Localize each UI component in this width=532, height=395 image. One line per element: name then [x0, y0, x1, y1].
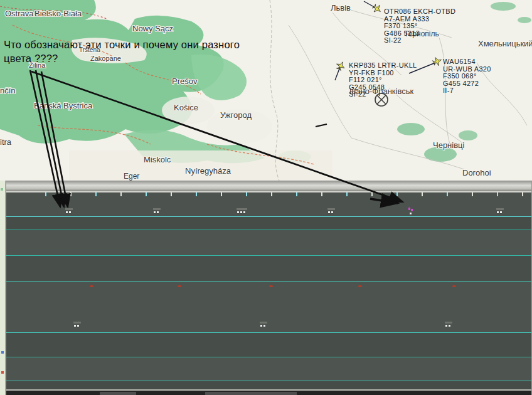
- annotation-line-2: цвета ????: [4, 51, 240, 65]
- city-label: Nyíregyháza: [185, 166, 231, 176]
- ruler-tick: [321, 192, 322, 196]
- ruler-tick: [120, 192, 122, 196]
- red-dot[interactable]: [358, 285, 362, 287]
- city-label: Ostrava: [5, 9, 34, 18]
- dot-group-smudge: [445, 322, 452, 324]
- city-label: itra: [0, 137, 11, 147]
- city-label: Prešov: [172, 76, 197, 86]
- flight-label-line: WAU6154: [443, 58, 491, 66]
- ruler-tick: [296, 192, 297, 196]
- magenta-dot[interactable]: [411, 209, 413, 211]
- timeline-line: [6, 281, 531, 282]
- city-label: Чернівці: [433, 140, 464, 150]
- ruler-tick: [146, 192, 147, 196]
- magenta-dot[interactable]: [408, 208, 410, 210]
- flight-label-line: F112 021°: [349, 76, 417, 84]
- city-label: Banská Bystrica: [34, 101, 92, 110]
- timeline-line: [6, 332, 531, 333]
- timeline-panel[interactable]: [5, 181, 532, 395]
- flight-label-line: OTR086 EKCH-OTBD: [384, 8, 455, 16]
- ruler-tick: [396, 192, 398, 196]
- dot-group-smudge: [73, 322, 81, 324]
- dot-group-smudge: [260, 322, 267, 324]
- ruler-tick: [422, 192, 423, 196]
- white-dot[interactable]: [500, 211, 502, 213]
- timeline-line: [6, 255, 531, 256]
- ruler-tick: [447, 192, 448, 196]
- white-dot[interactable]: [449, 325, 450, 327]
- white-dot[interactable]: [328, 211, 330, 213]
- ruler-tick: [246, 192, 247, 196]
- flight-label-line: KRP835 LRTR-UKLL: [349, 62, 417, 70]
- ruler-tick: [271, 192, 272, 196]
- screenshot-root: OstravaBielsko-BiałaNowy SączTrstenaZako…: [0, 0, 532, 395]
- timeline-line: [6, 229, 531, 230]
- white-dot[interactable]: [263, 325, 265, 327]
- white-dot[interactable]: [497, 211, 499, 213]
- ruler-tick: [171, 192, 172, 196]
- city-label: Хмельницький: [478, 39, 532, 48]
- ruler-tick: [95, 192, 97, 196]
- red-dot[interactable]: [452, 285, 456, 287]
- dot-group-smudge: [237, 208, 247, 210]
- white-dot[interactable]: [69, 211, 71, 213]
- white-dot[interactable]: [331, 211, 333, 213]
- ruler-tick: [221, 192, 222, 196]
- ruler-tick: [70, 192, 72, 196]
- white-dot[interactable]: [260, 325, 262, 327]
- city-label: Bielsko-Biała: [35, 9, 82, 18]
- timeline-line: [6, 381, 531, 381]
- ruler-tick: [497, 192, 498, 196]
- white-dot[interactable]: [154, 211, 156, 213]
- ruler-tick: [371, 192, 373, 196]
- red-dot[interactable]: [178, 285, 181, 287]
- white-dot[interactable]: [237, 211, 239, 213]
- city-label: Львів: [331, 3, 351, 13]
- white-dot[interactable]: [66, 211, 68, 213]
- dot-group-smudge: [496, 208, 504, 210]
- city-label: Košice: [174, 103, 198, 112]
- white-dot[interactable]: [77, 325, 79, 327]
- bottom-bar-segment: [100, 392, 136, 395]
- white-dot[interactable]: [240, 211, 242, 213]
- flight-label-line: II-7: [443, 87, 491, 95]
- dot-group-smudge: [65, 208, 73, 210]
- white-dot[interactable]: [445, 325, 447, 327]
- ruler-tick: [346, 192, 348, 196]
- ruler-tick: [522, 192, 523, 196]
- timeline-line: [6, 216, 531, 217]
- flight-label[interactable]: OTR086 EKCH-OTBDA7-AEM A333F370 135°G486…: [384, 8, 455, 45]
- white-dot[interactable]: [157, 211, 159, 213]
- dot-group-smudge: [153, 208, 161, 210]
- flight-label[interactable]: WAU6154UR-WUB A320F350 068°G455 4272II-7: [443, 58, 491, 95]
- panel-bottom-bar: [6, 389, 531, 395]
- city-label: Ужгород: [220, 110, 252, 120]
- flight-label-line: SI-22: [349, 91, 417, 98]
- annotation-line-1: Что обозначают эти точки и почему они ра…: [4, 38, 240, 51]
- annotation-text: Что обозначают эти точки и почему они ра…: [4, 38, 240, 65]
- city-label: Nowy Sącz: [132, 24, 173, 33]
- panel-gradient-bar: [6, 181, 531, 191]
- flight-label[interactable]: KRP835 LRTR-UKLLYR-FKB F100F112 021°G245…: [349, 62, 417, 98]
- city-label: Miskolc: [144, 155, 171, 164]
- ruler-tick: [472, 192, 473, 196]
- white-dot[interactable]: [74, 325, 76, 327]
- white-dot[interactable]: [410, 213, 412, 214]
- red-dot[interactable]: [90, 285, 93, 287]
- city-label: Dorohoi: [462, 168, 491, 177]
- white-dot[interactable]: [243, 211, 245, 213]
- dot-group-smudge: [327, 208, 335, 210]
- flight-label-line: F350 068°: [443, 73, 491, 80]
- timeline-line: [6, 357, 531, 357]
- ruler-tick: [196, 192, 197, 196]
- flight-label-line: SI-22: [384, 37, 455, 45]
- city-label: Eger: [124, 172, 139, 181]
- panel-plot-area: [6, 192, 531, 391]
- flight-label-line: F370 135°: [384, 23, 455, 30]
- bottom-bar-segment: [205, 392, 297, 395]
- red-dot[interactable]: [269, 285, 273, 287]
- ruler-tick: [45, 192, 46, 196]
- city-label: nčín: [0, 86, 16, 95]
